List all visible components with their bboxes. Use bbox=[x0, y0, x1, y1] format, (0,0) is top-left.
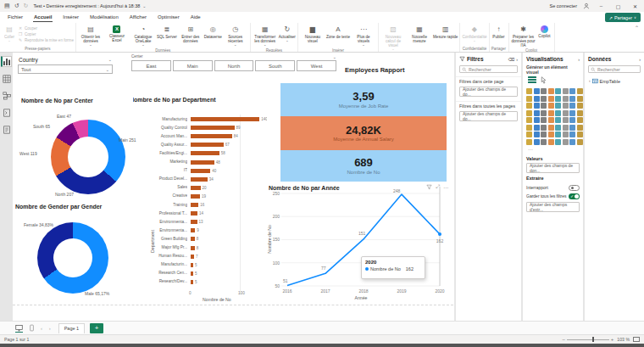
filter-field-well[interactable]: Ajouter des champs de do... bbox=[459, 87, 518, 97]
filter-field-well[interactable]: Ajouter des champs de do... bbox=[459, 111, 518, 121]
mobile-layout-icon[interactable] bbox=[28, 324, 36, 332]
drillthrough-field-well[interactable]: Ajouter des champs d'extr... bbox=[526, 202, 580, 212]
kpi-cards[interactable]: 3,59Moyenne de Job Rate24,82KMoyenne de … bbox=[280, 83, 447, 182]
bar[interactable] bbox=[191, 203, 198, 207]
ribbon-tab-optimiser[interactable]: Optimiser bbox=[157, 13, 180, 22]
visual-type-icon[interactable] bbox=[577, 88, 583, 94]
bar[interactable] bbox=[191, 186, 201, 190]
recent-sources-button[interactable]: ◷Sources récentes⌄ bbox=[223, 24, 248, 48]
donut-chart-center[interactable]: Nombre de No par Center Main 251North 20… bbox=[14, 95, 143, 202]
values-field-well[interactable]: Ajouter des champs de don... bbox=[526, 163, 580, 173]
minimize-button[interactable]: – bbox=[596, 3, 607, 8]
page-tab[interactable]: Page 1 bbox=[58, 323, 85, 333]
visual-type-icon[interactable] bbox=[555, 88, 561, 94]
visual-type-icon[interactable] bbox=[569, 110, 575, 116]
visual-type-icon[interactable] bbox=[541, 88, 547, 94]
data-table-row[interactable]: ›EmpTable bbox=[585, 76, 644, 86]
kpi-card[interactable]: 689Nombre de No bbox=[280, 150, 447, 182]
visual-type-icon[interactable] bbox=[563, 103, 569, 109]
visual-type-icon[interactable] bbox=[548, 110, 554, 116]
center-button-north[interactable]: North bbox=[214, 60, 254, 71]
visual-type-icon[interactable] bbox=[526, 139, 532, 145]
center-button-east[interactable]: East bbox=[131, 60, 171, 71]
sql-server-button[interactable]: ≣SQL Server bbox=[157, 24, 177, 39]
visual-type-icon[interactable] bbox=[534, 125, 540, 131]
bar[interactable] bbox=[191, 246, 195, 250]
text-box-button[interactable]: AZone de texte bbox=[326, 24, 350, 39]
collapse-ribbon-icon[interactable]: ⌃ bbox=[630, 23, 644, 52]
visual-type-icon[interactable] bbox=[548, 139, 554, 145]
bar[interactable] bbox=[191, 126, 235, 130]
bar[interactable] bbox=[191, 117, 259, 121]
visual-type-icon[interactable] bbox=[534, 88, 540, 94]
build-visual-cursor-icon[interactable] bbox=[540, 76, 547, 84]
ribbon-tab-aide[interactable]: Aide bbox=[190, 13, 202, 22]
report-canvas[interactable]: Country ⌄ Tout ⌄ Center ⌄ EastMainNorthS… bbox=[13, 53, 454, 321]
model-view-icon[interactable] bbox=[1, 90, 12, 101]
paste-button[interactable]: ▤Coller⌄ bbox=[2, 24, 17, 43]
center-button-west[interactable]: West bbox=[297, 60, 336, 71]
prep-data-ai-button[interactable]: ✱Préparer les données pour l'IA bbox=[511, 24, 536, 48]
new-measure-button[interactable]: ▦Nouvelle mesure bbox=[407, 24, 432, 43]
sign-in-link[interactable]: Se connecter bbox=[550, 3, 577, 8]
ribbon-tab-accueil[interactable]: Accueil bbox=[33, 13, 53, 22]
excel-workbook-button[interactable]: XClasseur Excel bbox=[104, 24, 130, 42]
visual-type-icon[interactable] bbox=[548, 103, 554, 109]
format-painter-button[interactable]: ✎Reproduire la mise en forme bbox=[18, 37, 74, 42]
bar[interactable] bbox=[191, 169, 210, 173]
visual-type-icon[interactable] bbox=[534, 96, 540, 102]
page-nav-arrows[interactable]: ‹ › bbox=[41, 326, 53, 331]
bar[interactable] bbox=[191, 211, 197, 215]
bar[interactable] bbox=[191, 143, 224, 147]
visual-type-icon[interactable] bbox=[548, 88, 554, 94]
visual-type-icon[interactable] bbox=[555, 132, 561, 137]
bar[interactable] bbox=[191, 160, 214, 165]
center-button-main[interactable]: Main bbox=[173, 60, 213, 71]
visual-type-icon[interactable] bbox=[569, 125, 575, 131]
visual-type-icon[interactable] bbox=[569, 103, 575, 109]
visual-type-icon[interactable] bbox=[569, 96, 575, 102]
visual-type-icon[interactable] bbox=[577, 117, 583, 123]
save-icon[interactable]: ▤ bbox=[4, 3, 10, 9]
visual-type-icon[interactable] bbox=[555, 96, 561, 102]
visual-type-icon[interactable] bbox=[569, 139, 575, 145]
bar[interactable] bbox=[191, 271, 193, 276]
redo-icon[interactable]: ↻ bbox=[24, 3, 29, 9]
maximize-button[interactable]: ▢ bbox=[613, 3, 624, 9]
visual-type-icon[interactable] bbox=[534, 110, 540, 116]
visual-type-icon[interactable] bbox=[526, 117, 532, 123]
dataverse-button[interactable]: ◎Dataverse bbox=[204, 24, 222, 39]
bar[interactable] bbox=[191, 237, 195, 241]
visual-type-icon[interactable] bbox=[563, 132, 569, 137]
visual-type-icon[interactable] bbox=[534, 117, 540, 123]
transform-data-button[interactable]: ▦Transformer les données⌄ bbox=[253, 24, 278, 48]
ribbon-tab-fichier[interactable]: Fichier bbox=[7, 13, 24, 22]
visual-type-icon[interactable] bbox=[563, 110, 569, 116]
visual-type-icon[interactable] bbox=[577, 110, 583, 116]
visual-type-icon[interactable] bbox=[526, 96, 532, 102]
enter-data-button[interactable]: ⊞Entrer des données bbox=[178, 24, 203, 43]
visual-type-icon[interactable] bbox=[541, 132, 547, 137]
visual-type-icon[interactable] bbox=[577, 139, 583, 145]
chevron-down-icon[interactable]: ⌄ bbox=[108, 57, 112, 63]
undo-icon[interactable]: ↺ bbox=[14, 3, 19, 9]
data-search-input[interactable]: Rechercher bbox=[588, 65, 641, 73]
bar-chart-department[interactable]: Nombre de No par Department Department M… bbox=[133, 92, 267, 305]
donut-chart-gender[interactable]: Nombre de Gender par Gender Male 65,17%F… bbox=[14, 202, 143, 305]
collapse-panel-icon[interactable]: › bbox=[639, 57, 641, 62]
expand-icon[interactable]: › bbox=[589, 79, 591, 83]
visual-type-icon[interactable] bbox=[555, 139, 561, 145]
visual-type-icon[interactable] bbox=[577, 96, 583, 102]
visual-type-icon[interactable] bbox=[548, 132, 554, 137]
more-visuals-ellipsis-icon[interactable]: ··· bbox=[523, 147, 583, 154]
visual-type-icon[interactable] bbox=[534, 132, 540, 137]
kpi-card[interactable]: 3,59Moyenne de Job Rate bbox=[280, 83, 447, 116]
collapse-panel-icon[interactable]: › bbox=[516, 57, 518, 62]
chevron-down-icon[interactable]: ⌄ bbox=[333, 54, 336, 59]
visual-type-icon[interactable] bbox=[541, 117, 547, 123]
visual-calculation-button[interactable]: ▧Nouveau calcul de visuel⌄ bbox=[380, 24, 406, 52]
visual-type-icon[interactable] bbox=[577, 132, 583, 137]
visual-type-icon[interactable] bbox=[534, 139, 540, 145]
dax-query-view-icon[interactable] bbox=[1, 107, 12, 118]
erase-filters-icon[interactable]: ⌫ bbox=[508, 57, 514, 62]
